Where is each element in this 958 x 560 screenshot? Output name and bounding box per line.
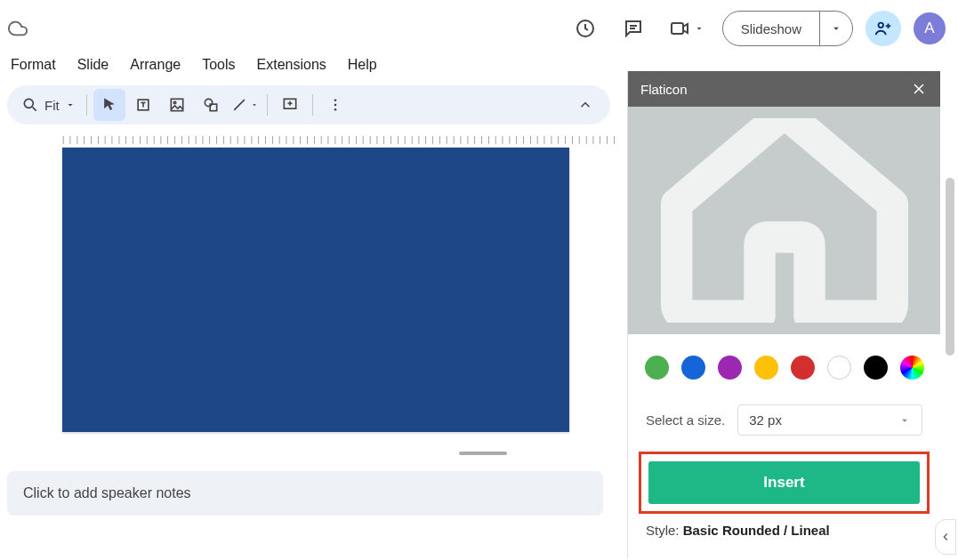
notes-resize-handle[interactable] <box>459 452 507 455</box>
account-avatar[interactable]: A <box>914 12 946 44</box>
svg-rect-12 <box>171 99 182 110</box>
slideshow-dropdown[interactable] <box>820 22 852 35</box>
svg-line-8 <box>33 108 36 111</box>
separator <box>312 94 313 116</box>
more-tools-icon[interactable] <box>319 89 351 121</box>
speaker-notes[interactable]: Click to add speaker notes <box>7 471 603 516</box>
color-swatch[interactable] <box>718 356 742 380</box>
menu-slide[interactable]: Slide <box>77 57 109 73</box>
color-swatch[interactable] <box>900 356 924 380</box>
history-icon[interactable] <box>568 11 603 46</box>
color-swatch[interactable] <box>754 356 778 380</box>
menu-extensions[interactable]: Extensions <box>257 57 326 73</box>
meet-button[interactable] <box>664 18 710 39</box>
cloud-save-icon <box>7 18 28 39</box>
color-swatch[interactable] <box>864 356 888 380</box>
icon-preview <box>628 107 940 334</box>
separator <box>267 94 268 116</box>
house-icon <box>660 118 909 323</box>
slideshow-button[interactable]: Slideshow <box>722 11 853 46</box>
size-select[interactable]: 32 px <box>737 404 922 436</box>
select-tool[interactable] <box>93 89 125 121</box>
panel-scrollbar[interactable] <box>946 178 954 356</box>
slide-content[interactable] <box>62 148 569 432</box>
line-tool[interactable] <box>229 89 261 121</box>
menu-help[interactable]: Help <box>348 57 377 73</box>
color-swatch[interactable] <box>791 356 815 380</box>
slideshow-label[interactable]: Slideshow <box>723 12 820 45</box>
separator <box>86 94 87 116</box>
zoom-label: Fit <box>44 98 60 113</box>
close-icon[interactable] <box>910 80 928 98</box>
svg-point-4 <box>879 23 884 28</box>
panel-title: Flaticon <box>640 82 688 97</box>
svg-point-7 <box>24 99 33 108</box>
svg-point-21 <box>334 104 336 107</box>
menu-arrange[interactable]: Arrange <box>130 57 181 73</box>
image-tool[interactable] <box>161 89 193 121</box>
share-button[interactable] <box>865 11 901 46</box>
textbox-tool[interactable] <box>127 89 159 121</box>
collapse-toolbar-icon[interactable] <box>569 89 601 121</box>
menu-tools[interactable]: Tools <box>202 57 235 73</box>
size-label: Select a size. <box>646 412 725 428</box>
svg-point-13 <box>173 101 176 104</box>
style-info: Style: Basic Rounded / Lineal <box>628 523 940 538</box>
svg-rect-3 <box>672 23 683 34</box>
color-swatch[interactable] <box>827 356 851 380</box>
insert-highlight: Insert <box>639 452 930 514</box>
zoom-selector[interactable]: Fit <box>16 92 81 117</box>
size-value: 32 px <box>749 412 782 428</box>
slide-canvas[interactable] <box>62 148 569 432</box>
comments-icon[interactable] <box>616 11 651 46</box>
svg-point-22 <box>334 108 336 111</box>
menu-format[interactable]: Format <box>11 57 56 73</box>
svg-point-14 <box>205 99 212 106</box>
color-swatch[interactable] <box>645 356 669 380</box>
color-swatches <box>628 334 940 396</box>
svg-line-16 <box>234 100 245 110</box>
comment-tool[interactable] <box>274 89 306 121</box>
shape-tool[interactable] <box>195 89 227 121</box>
insert-button[interactable]: Insert <box>648 461 920 504</box>
flaticon-panel: Flaticon Select a size. 32 px Insert Sty… <box>627 71 940 558</box>
side-expand-tab[interactable] <box>935 519 956 555</box>
svg-point-20 <box>334 99 336 101</box>
color-swatch[interactable] <box>681 356 705 380</box>
